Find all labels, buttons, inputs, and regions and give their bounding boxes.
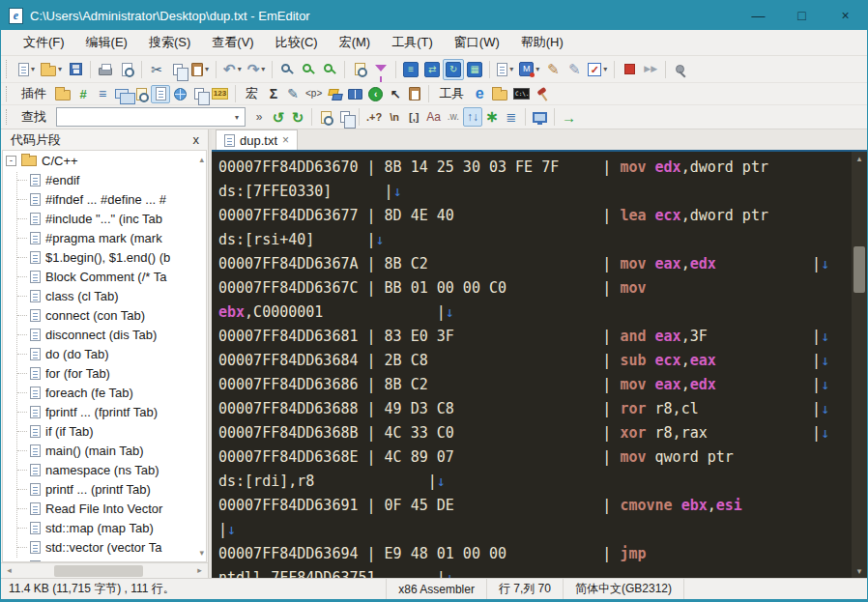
snippet-item[interactable]: for (for Tab) <box>3 363 206 383</box>
copy-button[interactable] <box>167 59 188 80</box>
collapse-icon[interactable]: - <box>6 156 16 166</box>
plugin-explorer-button[interactable] <box>52 85 73 103</box>
go-next-button[interactable]: → <box>559 107 579 127</box>
toolbar-grip[interactable] <box>6 60 12 78</box>
outline-dropdown-icon[interactable]: ▾ <box>509 65 513 73</box>
macro-edit-button[interactable]: ✎ <box>283 85 303 103</box>
macro-paragraph-button[interactable]: <p> <box>303 85 325 103</box>
paste-dropdown-icon[interactable]: ▾ <box>205 65 209 73</box>
snippet-item[interactable]: namespace (ns Tab) <box>3 460 206 479</box>
snippet-item[interactable]: printf ... (printf Tab) <box>3 479 206 499</box>
snippet-item[interactable]: Block Comment (/* Ta <box>3 267 206 286</box>
snippets-panel-close-icon[interactable]: x <box>190 132 203 147</box>
macro-options-button[interactable]: ✓▾ <box>585 59 610 80</box>
pin-button[interactable] <box>670 59 691 80</box>
snippet-item[interactable]: struct (st Tab) <box>3 557 206 561</box>
tree-root-c-cpp[interactable]: -C/C++ <box>3 151 206 170</box>
macro-back-button[interactable]: ‹ <box>365 85 386 103</box>
menu-item-8[interactable]: 帮助(H) <box>510 31 574 54</box>
snippet-item[interactable]: fprintf ... (fprintf Tab) <box>3 402 206 421</box>
plugin-outline-text-button[interactable]: ≡ <box>93 85 112 103</box>
scroll-up-icon[interactable]: ▴ <box>857 152 862 165</box>
menu-item-4[interactable]: 比较(C) <box>265 31 329 54</box>
tool-export-folder-button[interactable] <box>489 85 510 103</box>
tool-command-prompt-button[interactable]: C:\. <box>510 85 533 103</box>
snippet-item[interactable]: do (do Tab) <box>3 344 206 363</box>
undo-button[interactable]: ↶▾ <box>220 59 245 80</box>
plugin-web-preview-button[interactable] <box>170 85 189 103</box>
macro-log-button[interactable] <box>405 85 424 103</box>
tool-internet-explorer-button[interactable]: e <box>470 85 489 103</box>
wrap-by-window-button[interactable]: ↻ <box>443 59 464 80</box>
snippet-item[interactable]: disconnect (dis Tab) <box>3 325 206 344</box>
outline-button[interactable]: ▾ <box>494 59 516 80</box>
filter-button[interactable] <box>370 59 391 80</box>
plugin-open-documents-button[interactable] <box>112 85 131 103</box>
print-preview-button[interactable] <box>116 59 137 80</box>
macro-reference-button[interactable] <box>345 85 365 103</box>
tab-dup-txt[interactable]: dup.txt × <box>216 129 298 150</box>
tree-horizontal-scrollbar[interactable]: ◂ ▸ <box>1 562 208 578</box>
snippet-item[interactable]: #ifndef ... #define ... # <box>3 189 206 209</box>
redo-dropdown-icon[interactable]: ▾ <box>261 65 265 73</box>
paste-button[interactable]: ▾ <box>188 59 212 80</box>
plugin-snippets-button[interactable] <box>151 85 170 103</box>
record-stop-button[interactable] <box>619 59 640 80</box>
menu-item-6[interactable]: 工具(T) <box>381 31 444 54</box>
new-file-dropdown-icon[interactable]: ▾ <box>31 65 35 73</box>
menu-item-5[interactable]: 宏(M) <box>329 31 382 54</box>
cursor-position[interactable]: 行 7,列 70 <box>486 579 563 599</box>
macro-options-dropdown-icon[interactable]: ▾ <box>603 65 607 73</box>
open-file-dropdown-icon[interactable]: ▾ <box>58 65 62 73</box>
save-button[interactable] <box>65 59 86 80</box>
scroll-down-icon[interactable]: ▾ <box>857 564 862 578</box>
macro-tags-button[interactable] <box>325 85 345 103</box>
find-next-button[interactable]: ↻ <box>288 107 307 127</box>
menu-item-3[interactable]: 查看(V) <box>201 31 264 54</box>
find-previous-button[interactable]: ↺ <box>269 107 288 127</box>
menu-item-2[interactable]: 搜索(S) <box>138 31 201 54</box>
toggle-match-case-button[interactable]: Aa <box>423 107 444 127</box>
syntax-indicator[interactable]: x86 Assembler <box>386 579 486 599</box>
find-combo-dropdown-icon[interactable]: ▾ <box>229 113 245 122</box>
snippet-item[interactable]: #pragma mark (mark <box>3 228 206 247</box>
tab-close-icon[interactable]: × <box>282 133 289 147</box>
snippet-item[interactable]: std::vector (vector Ta <box>3 537 206 557</box>
toggle-numbering-button[interactable]: ≣ <box>502 107 521 127</box>
copy-results-button[interactable] <box>335 107 355 127</box>
menu-item-1[interactable]: 编辑(E) <box>75 31 138 54</box>
snippet-item[interactable]: if (if Tab) <box>3 421 206 441</box>
find-button[interactable] <box>276 59 298 80</box>
scroll-thumb[interactable] <box>854 246 865 293</box>
toggle-match-all-button[interactable]: ∗ <box>482 107 502 127</box>
snippet-item[interactable]: foreach (fe Tab) <box>3 383 206 402</box>
macro-cursor-button[interactable]: ↖ <box>386 85 405 103</box>
findbar-overflow-button[interactable]: » <box>249 107 269 127</box>
plugin-search-button[interactable] <box>131 85 151 103</box>
print-button[interactable] <box>95 59 116 80</box>
maximize-button[interactable]: □ <box>780 1 824 30</box>
scroll-track[interactable] <box>17 563 191 578</box>
macros-list-button[interactable]: M▾ <box>516 59 542 80</box>
snippet-item[interactable]: #endif <box>3 170 206 189</box>
redo-button[interactable]: ↷▾ <box>245 59 269 80</box>
toolbar-grip[interactable] <box>6 86 12 100</box>
editor[interactable]: 00007FF84DD63670 | 8B 14 25 30 03 FE 7F … <box>212 152 852 578</box>
find-in-selection-button[interactable] <box>316 107 335 127</box>
editor-vertical-scrollbar[interactable]: ▴ ▾ <box>852 152 867 578</box>
scroll-thumb[interactable] <box>54 565 143 577</box>
open-file-button[interactable]: ▾ <box>38 59 65 80</box>
toolbar-grip[interactable] <box>6 109 12 126</box>
cut-button[interactable]: ✂ <box>146 59 167 80</box>
plugin-word-count-button[interactable]: 123 <box>209 85 231 103</box>
toggle-direction-button[interactable]: ↑↓ <box>463 107 482 127</box>
run-macro-button[interactable]: ✎ <box>564 59 585 80</box>
snippet-item[interactable]: class (cl Tab) <box>3 286 206 305</box>
macro-sum-button[interactable]: Σ <box>264 85 283 103</box>
zoom-in-button[interactable] <box>298 59 319 80</box>
play-fast-button[interactable]: ▶▶ <box>640 59 661 80</box>
plugin-character-code-button[interactable]: # <box>73 85 93 103</box>
plugin-window-sync-button[interactable] <box>189 85 209 103</box>
find-input[interactable] <box>57 109 229 125</box>
encoding-indicator[interactable]: 简体中文(GB2312) <box>563 579 683 599</box>
